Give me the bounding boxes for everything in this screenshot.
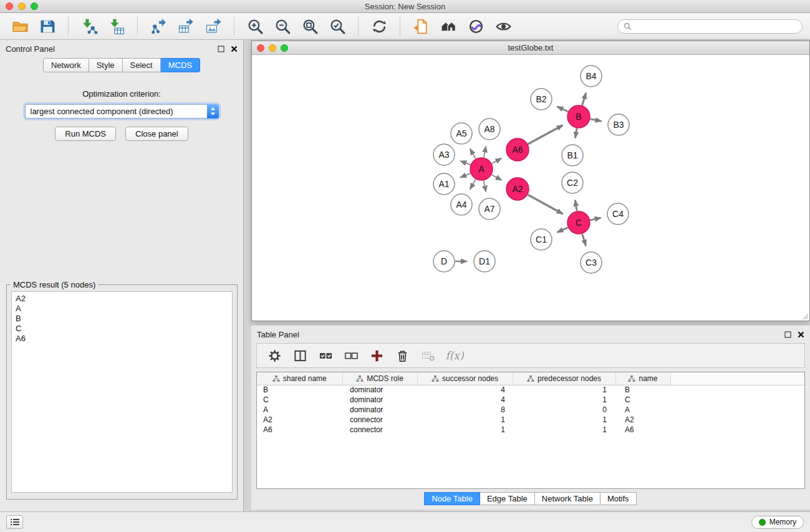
tab-mcds[interactable]: MCDS bbox=[161, 58, 200, 72]
edge-A-A8[interactable] bbox=[484, 146, 486, 157]
column-header-successor-nodes[interactable]: successor nodes bbox=[417, 372, 513, 385]
tab-motifs[interactable]: Motifs bbox=[600, 492, 637, 505]
table-cell[interactable]: A6 bbox=[257, 425, 342, 435]
table-cell[interactable]: 1 bbox=[417, 425, 513, 435]
table-cell[interactable]: 4 bbox=[417, 385, 513, 395]
fullscreen-window-button[interactable] bbox=[31, 2, 38, 10]
zoom-fit-button[interactable] bbox=[297, 15, 322, 37]
table-cell[interactable]: 8 bbox=[417, 405, 513, 415]
criterion-dropdown[interactable]: largest connected component (directed) bbox=[25, 104, 219, 118]
edge-C-C3[interactable] bbox=[582, 234, 586, 246]
table-cell[interactable]: 1 bbox=[417, 415, 513, 425]
network-window-titlebar[interactable]: testGlobe.txt bbox=[252, 41, 809, 55]
float-panel-icon[interactable] bbox=[218, 46, 224, 52]
edge-B-B3[interactable] bbox=[591, 119, 602, 122]
import-network-button[interactable] bbox=[77, 15, 102, 37]
table-cell[interactable]: 1 bbox=[513, 415, 615, 425]
table-cell[interactable]: 4 bbox=[417, 395, 513, 405]
function-builder-button[interactable]: f(x) bbox=[445, 347, 462, 364]
table-cell[interactable]: C bbox=[615, 395, 670, 405]
search-input[interactable] bbox=[635, 22, 796, 31]
minimize-window-button[interactable] bbox=[18, 2, 26, 10]
table-row[interactable]: A6connector11A6 bbox=[257, 425, 804, 435]
table-cell[interactable]: connector bbox=[342, 415, 417, 425]
table-row[interactable]: Cdominator41C bbox=[257, 395, 804, 405]
edge-A-A6[interactable] bbox=[492, 158, 502, 163]
edge-A-A3[interactable] bbox=[460, 161, 470, 165]
zoom-out-button[interactable] bbox=[270, 15, 295, 37]
table-cell[interactable]: dominator bbox=[342, 395, 417, 405]
tab-select[interactable]: Select bbox=[123, 58, 161, 72]
edge-A-A5[interactable] bbox=[470, 148, 476, 158]
apply-style-button[interactable] bbox=[463, 15, 488, 37]
document-import-button[interactable] bbox=[408, 15, 433, 37]
column-header-MCDS-role[interactable]: MCDS role bbox=[342, 372, 417, 385]
result-item[interactable]: C bbox=[12, 324, 232, 334]
table-cell[interactable]: A bbox=[615, 405, 670, 415]
edge-B-B2[interactable] bbox=[557, 107, 567, 112]
table-cell[interactable]: A6 bbox=[615, 425, 670, 435]
edge-A-A7[interactable] bbox=[484, 181, 486, 192]
table-cell[interactable]: connector bbox=[342, 425, 417, 435]
refresh-layout-button[interactable] bbox=[367, 15, 392, 37]
table-cell[interactable]: B bbox=[257, 385, 342, 395]
task-history-button[interactable] bbox=[6, 515, 23, 529]
tab-network[interactable]: Network bbox=[43, 58, 89, 72]
edge-B-B4[interactable] bbox=[582, 93, 586, 105]
home-button[interactable] bbox=[436, 15, 461, 37]
column-header-shared-name[interactable]: shared name bbox=[257, 372, 342, 385]
network-graph[interactable]: AA1A2A3A4A5A6A7A8BB1B2B3B4CC1C2C3C4DD1 bbox=[252, 55, 809, 321]
tab-network-table[interactable]: Network Table bbox=[534, 492, 600, 505]
edge-A2-C[interactable] bbox=[528, 195, 563, 214]
zoom-in-button[interactable] bbox=[243, 15, 268, 37]
open-session-button[interactable] bbox=[7, 15, 32, 37]
edge-A-A4[interactable] bbox=[470, 180, 476, 190]
export-network-button[interactable] bbox=[146, 15, 171, 37]
export-table-button[interactable] bbox=[173, 15, 198, 37]
table-cell[interactable]: 1 bbox=[513, 425, 615, 435]
deselect-all-button[interactable] bbox=[342, 347, 360, 364]
table-cell[interactable]: B bbox=[615, 385, 670, 395]
network-zoom-button[interactable] bbox=[281, 44, 288, 52]
delete-table-button[interactable] bbox=[419, 347, 436, 364]
create-column-button[interactable] bbox=[368, 347, 385, 364]
result-item[interactable]: B bbox=[12, 314, 232, 324]
table-cell[interactable]: A2 bbox=[615, 415, 670, 425]
table-row[interactable]: A2connector11A2 bbox=[257, 415, 804, 425]
table-cell[interactable]: dominator bbox=[342, 385, 417, 395]
edge-A6-B[interactable] bbox=[528, 125, 563, 144]
result-item[interactable]: A2 bbox=[12, 294, 232, 304]
edge-C-C2[interactable] bbox=[575, 200, 577, 211]
memory-button[interactable]: Memory bbox=[751, 516, 804, 529]
table-settings-button[interactable] bbox=[266, 347, 283, 364]
run-mcds-button[interactable]: Run MCDS bbox=[55, 127, 116, 141]
show-columns-button[interactable] bbox=[291, 347, 309, 364]
network-close-button[interactable] bbox=[257, 44, 264, 52]
save-session-button[interactable] bbox=[35, 15, 60, 37]
table-cell[interactable]: 0 bbox=[513, 405, 615, 415]
search-box[interactable] bbox=[617, 19, 803, 34]
delete-column-button[interactable] bbox=[393, 347, 411, 364]
select-all-button[interactable] bbox=[317, 347, 334, 364]
column-header-name[interactable]: name bbox=[615, 372, 670, 385]
close-panel-button[interactable]: Close panel bbox=[125, 127, 188, 141]
close-window-button[interactable] bbox=[6, 2, 13, 10]
mcds-result-list[interactable]: A2ABCA6 bbox=[11, 291, 233, 493]
edge-A-A1[interactable] bbox=[460, 173, 470, 178]
table-cell[interactable]: 1 bbox=[513, 385, 615, 395]
close-panel-icon[interactable] bbox=[231, 46, 238, 52]
table-cell[interactable]: C bbox=[257, 395, 342, 405]
table-row[interactable]: Bdominator41B bbox=[257, 385, 804, 395]
result-item[interactable]: A bbox=[12, 304, 232, 314]
export-image-button[interactable] bbox=[201, 15, 226, 37]
table-cell[interactable]: A2 bbox=[257, 415, 342, 425]
table-cell[interactable]: 1 bbox=[513, 395, 615, 405]
tab-style[interactable]: Style bbox=[89, 58, 123, 72]
edge-C-C1[interactable] bbox=[557, 228, 568, 233]
tab-edge-table[interactable]: Edge Table bbox=[480, 492, 535, 505]
column-header-predecessor-nodes[interactable]: predecessor nodes bbox=[513, 372, 615, 385]
resize-grip-icon[interactable] bbox=[801, 312, 809, 320]
network-canvas[interactable]: AA1A2A3A4A5A6A7A8BB1B2B3B4CC1C2C3C4DD1 bbox=[252, 55, 809, 321]
float-panel-icon[interactable] bbox=[784, 331, 791, 338]
edge-C-C4[interactable] bbox=[591, 218, 601, 220]
